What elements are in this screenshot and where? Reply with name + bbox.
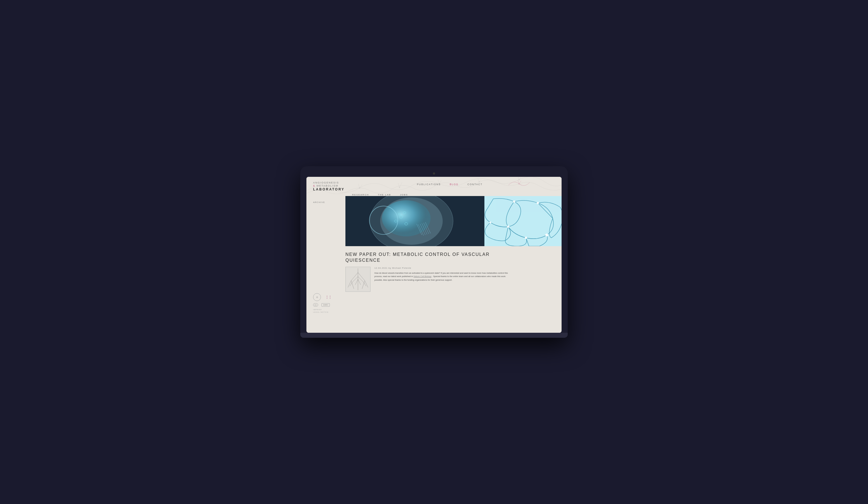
sidebar-archive[interactable]: Archive [313, 201, 325, 203]
svg-line-39 [355, 279, 358, 285]
logo-row-bottom: erc EMBO [313, 303, 341, 307]
logo-line1: ANGIOGENESIS [313, 181, 344, 184]
nav-jobs[interactable]: JOBS [400, 193, 408, 196]
logo-metabolism: METABOLISM [315, 184, 339, 187]
nav-the-lab[interactable]: THE LAB [378, 193, 391, 196]
article-text-block: 12.04.2021 by Michael Potente How do blo… [374, 267, 514, 282]
laptop-base [300, 333, 568, 338]
website: ANGIOGENESIS & METABOLISM LABORATORY PUB… [307, 177, 561, 333]
svg-line-31 [348, 281, 351, 287]
laptop-frame: ANGIOGENESIS & METABOLISM LABORATORY PUB… [300, 166, 568, 338]
svg-line-36 [358, 276, 363, 282]
article-body-text: How do blood vessels transition from an … [374, 272, 514, 282]
svg-line-34 [365, 281, 368, 287]
cell-network-svg [484, 196, 561, 246]
svg-line-32 [351, 281, 354, 288]
petri-dish-svg [345, 196, 484, 246]
svg-line-30 [358, 272, 365, 281]
logo-row-top: ⊙ [313, 293, 341, 301]
svg-line-40 [358, 279, 361, 285]
hero-image-right [484, 196, 561, 246]
svg-rect-21 [484, 196, 561, 246]
footer-links: IMPRINT LEGAL NOTICE [313, 309, 341, 313]
svg-point-24 [507, 225, 509, 228]
legal-link[interactable]: LEGAL NOTICE [313, 311, 341, 313]
svg-point-23 [537, 202, 539, 204]
footer-logos: ⊙ erc EMBO IMPRINT LEGAL NOTICE [313, 293, 341, 313]
erc-badge: erc [313, 303, 318, 307]
svg-line-29 [351, 272, 358, 281]
nav-blog[interactable]: BLOG [450, 183, 458, 186]
article-thumbnail [345, 267, 371, 292]
secondary-nav: RESEARCH THE LAB JOBS [313, 191, 555, 196]
svg-point-27 [489, 222, 491, 223]
hero-images [345, 196, 561, 246]
logo-name1: ANGIOGENESIS [313, 181, 339, 184]
partner-logo [324, 293, 332, 301]
article-section: NEW PAPER OUT: METABOLIC CONTROL OF VASC… [345, 246, 561, 297]
nav-research[interactable]: RESEARCH [352, 193, 369, 196]
nav-contact[interactable]: CONTACT [467, 183, 483, 186]
imprint-link[interactable]: IMPRINT [313, 309, 341, 311]
svg-point-26 [545, 234, 548, 237]
svg-point-17 [394, 220, 397, 222]
embo-badge: EMBO [321, 303, 330, 307]
svg-point-22 [513, 200, 515, 203]
svg-line-33 [362, 281, 365, 288]
svg-line-35 [352, 276, 358, 282]
svg-point-9 [382, 200, 431, 237]
institution-logo: ⊙ [313, 293, 321, 301]
article-meta: 12.04.2021 by Michael Potente [374, 267, 514, 269]
logo[interactable]: ANGIOGENESIS & METABOLISM LABORATORY [313, 181, 344, 191]
primary-nav: PUBLICATIONS BLOG CONTACT [344, 181, 555, 186]
sidebar: Archive ⊙ erc EMBO IMPRINT [313, 199, 341, 313]
article-body: 12.04.2021 by Michael Potente How do blo… [345, 267, 555, 292]
nature-cell-biology-link[interactable]: Nature Cell Biology [414, 275, 432, 277]
vascular-thumbnail-svg [346, 267, 370, 292]
article-title: NEW PAPER OUT: METABOLIC CONTROL OF VASC… [345, 252, 513, 263]
svg-point-25 [525, 237, 527, 239]
laptop-screen: ANGIOGENESIS & METABOLISM LABORATORY PUB… [307, 177, 561, 333]
site-header: ANGIOGENESIS & METABOLISM LABORATORY PUB… [307, 177, 561, 196]
logo-line2: & METABOLISM [313, 184, 344, 187]
camera [433, 172, 435, 175]
hero-image-left [345, 196, 484, 246]
logo-lab: LABORATORY [313, 187, 344, 191]
nav-publications[interactable]: PUBLICATIONS [417, 183, 441, 186]
